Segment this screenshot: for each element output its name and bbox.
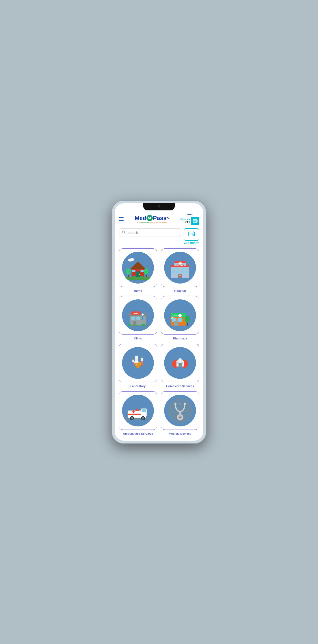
svg-text:HOSPITAL: HOSPITAL xyxy=(176,265,184,266)
svg-rect-85 xyxy=(134,361,138,363)
balance-info: Balance ₹12 xyxy=(181,218,190,224)
search-input[interactable] xyxy=(127,231,178,234)
logo-tm: TM xyxy=(167,217,170,219)
logo: Med Pass TM Save m xyxy=(135,215,170,224)
service-card-home[interactable]: Home xyxy=(119,248,157,292)
username: manu xyxy=(187,213,193,216)
svg-rect-84 xyxy=(135,356,138,362)
svg-point-22 xyxy=(144,268,148,274)
svg-rect-99 xyxy=(177,362,179,364)
svg-point-113 xyxy=(131,418,132,419)
svg-rect-18 xyxy=(140,270,143,272)
service-circle-ambulance xyxy=(122,395,154,427)
svg-point-122 xyxy=(179,416,181,418)
svg-rect-37 xyxy=(173,268,175,270)
balance-amount: ₹12 xyxy=(181,221,190,224)
services-grid: Home xyxy=(119,248,199,435)
service-icon-box-clinic: CLINIC xyxy=(119,296,157,334)
service-circle-laboratory xyxy=(122,347,154,379)
svg-point-67 xyxy=(142,324,145,326)
service-label-home: Home xyxy=(134,289,142,292)
svg-rect-27 xyxy=(125,277,151,280)
svg-rect-41 xyxy=(173,271,175,273)
svg-rect-57 xyxy=(141,314,143,314)
service-label-ambulance: Ambulanace Services xyxy=(123,432,153,435)
svg-point-87 xyxy=(136,364,137,366)
svg-point-66 xyxy=(128,324,131,326)
search-bar[interactable] xyxy=(119,228,181,237)
svg-point-20 xyxy=(126,268,130,274)
service-icon-box-home xyxy=(119,248,157,287)
wallet-icon[interactable] xyxy=(191,217,199,225)
svg-point-88 xyxy=(138,364,139,364)
service-card-laboratory[interactable]: Laboratory xyxy=(119,344,157,388)
hamburger-menu[interactable] xyxy=(119,217,124,221)
svg-line-6 xyxy=(124,233,125,234)
service-card-hospital[interactable]: HOSPITAL xyxy=(161,248,199,292)
service-card-clinic[interactable]: CLINIC xyxy=(119,296,157,340)
svg-rect-78 xyxy=(174,321,179,326)
service-label-pharmacy: Pharmacy xyxy=(173,337,187,340)
service-card-medical-devices[interactable]: Medical Devices xyxy=(161,391,199,435)
notch xyxy=(143,203,175,210)
service-label-medical-devices: Medical Devices xyxy=(169,432,191,435)
svg-rect-91 xyxy=(141,356,143,358)
svg-rect-93 xyxy=(132,362,134,365)
service-circle-clinic: CLINIC xyxy=(122,300,154,332)
service-icon-box-ambulance xyxy=(119,391,157,430)
service-icon-box-pharmacy: PHARMACY xyxy=(161,296,199,334)
add-money-column: ADD MONEY xyxy=(184,228,199,244)
service-circle-hospital: HOSPITAL xyxy=(164,252,196,284)
service-label-laboratory: Laboratory xyxy=(130,384,145,388)
service-label-hospital: Hospital xyxy=(174,289,186,292)
logo-medo: Med xyxy=(135,215,146,222)
balance-wallet: Balance ₹12 xyxy=(181,217,199,225)
svg-point-80 xyxy=(185,316,190,323)
svg-rect-110 xyxy=(136,408,138,410)
service-circle-pharmacy: PHARMACY xyxy=(164,300,196,332)
svg-rect-39 xyxy=(181,268,184,270)
svg-point-9 xyxy=(193,234,194,236)
svg-point-116 xyxy=(143,418,144,419)
svg-rect-40 xyxy=(185,268,188,270)
add-money-button[interactable] xyxy=(184,228,199,241)
add-money-label: ADD MONEY xyxy=(184,242,199,244)
svg-point-86 xyxy=(135,366,141,368)
add-money-icon xyxy=(188,231,195,238)
svg-rect-73 xyxy=(178,315,182,316)
svg-point-24 xyxy=(130,258,134,261)
svg-point-123 xyxy=(179,403,181,404)
service-card-homecare[interactable]: Home care Services xyxy=(161,344,199,388)
service-label-clinic: Clinic xyxy=(134,337,142,340)
svg-rect-108 xyxy=(133,410,134,414)
svg-rect-65 xyxy=(128,325,148,326)
search-icon xyxy=(122,230,126,235)
service-icon-box-medical-devices xyxy=(161,391,199,430)
logo-text: Med Pass TM xyxy=(135,215,170,222)
camera xyxy=(158,205,160,208)
svg-rect-94 xyxy=(132,358,134,360)
service-circle-home xyxy=(122,252,154,284)
header-right: manu Balance ₹12 xyxy=(181,213,199,225)
service-card-ambulance[interactable]: Ambulanace Services xyxy=(119,391,157,435)
service-icon-box-homecare xyxy=(161,344,199,382)
svg-text:CLINIC: CLINIC xyxy=(133,312,139,314)
svg-rect-44 xyxy=(185,271,188,273)
svg-rect-48 xyxy=(179,276,181,276)
service-circle-homecare xyxy=(164,347,196,379)
svg-rect-98 xyxy=(179,363,182,366)
svg-point-16 xyxy=(139,274,140,275)
svg-rect-8 xyxy=(188,233,195,234)
service-card-pharmacy[interactable]: PHARMACY xyxy=(161,296,199,340)
svg-rect-36 xyxy=(180,262,181,265)
logo-heart-icon xyxy=(146,215,153,221)
phone-frame: Med Pass TM Save m xyxy=(112,200,206,444)
svg-rect-43 xyxy=(181,271,184,273)
svg-rect-17 xyxy=(132,270,135,272)
phone-screen: Med Pass TM Save m xyxy=(115,203,203,441)
svg-point-2 xyxy=(196,221,197,222)
svg-rect-38 xyxy=(176,268,179,270)
svg-rect-106 xyxy=(141,409,146,412)
svg-rect-100 xyxy=(182,362,183,364)
app-header: Med Pass TM Save m xyxy=(119,213,199,225)
